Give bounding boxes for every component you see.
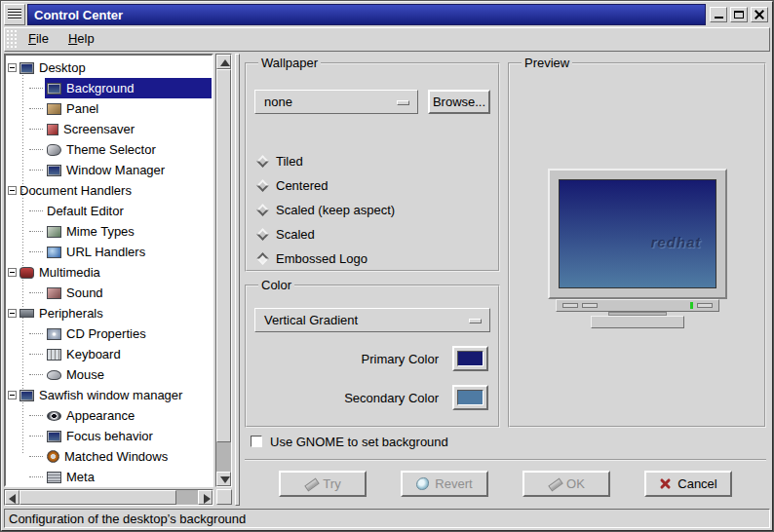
maximize-button[interactable] — [730, 7, 748, 22]
control-center-window: Control Center File Help Desktop Backgro… — [0, 0, 774, 532]
expander-minus-icon[interactable] — [8, 391, 17, 399]
tree-item-meta[interactable]: Meta — [6, 467, 212, 487]
close-button[interactable] — [751, 7, 768, 22]
horizontal-scrollbar-thumb[interactable] — [19, 490, 176, 505]
statusbar-text: Configuration of the desktop’s backgroun… — [9, 512, 246, 526]
tree-item-mouse[interactable]: Mouse — [6, 364, 212, 385]
use-gnome-checkbox[interactable] — [251, 436, 262, 447]
right-arrow-icon — [204, 494, 211, 504]
tree-item-theme-selector[interactable]: Theme Selector — [6, 139, 212, 160]
use-gnome-checkbox-row[interactable]: Use GNOME to set background — [245, 430, 766, 453]
tree-item-focus-behavior[interactable]: Focus behavior — [6, 426, 212, 446]
window-menu-icon[interactable] — [4, 4, 25, 25]
tree-item-background[interactable]: Background — [6, 78, 212, 98]
tree-item-mime-types[interactable]: Mime Types — [6, 221, 212, 242]
tree-vertical-scrollbar[interactable] — [215, 54, 232, 487]
close-icon — [752, 8, 767, 21]
browse-button[interactable]: Browse... — [428, 90, 490, 114]
scroll-left-button[interactable] — [5, 490, 19, 505]
tree-item-window-manager[interactable]: Window Manager — [6, 160, 212, 180]
tree-item-sound[interactable]: Sound — [6, 283, 212, 303]
radio-centered[interactable]: Centered — [258, 173, 490, 198]
minimize-icon — [715, 17, 723, 19]
tree-guide-line — [29, 436, 43, 437]
scroll-down-button[interactable] — [216, 472, 231, 486]
radio-label: Centered — [276, 178, 328, 193]
tree-item-sawfish-window-manager[interactable]: Sawfish window manager — [6, 385, 212, 405]
panel-icon — [47, 103, 61, 115]
wallpaper-file-select[interactable]: none — [254, 90, 418, 114]
tree-item-default-editor[interactable]: Default Editor — [6, 201, 212, 221]
tree-item-appearance[interactable]: Appearance — [6, 405, 212, 426]
tree-item-label: Focus behavior — [66, 429, 153, 443]
gradient-type-select[interactable]: Vertical Gradient — [254, 308, 490, 332]
tree-item-peripherals[interactable]: Peripherals — [6, 303, 212, 323]
down-arrow-icon — [220, 476, 230, 483]
tree-guide-line — [29, 354, 43, 355]
ok-button[interactable]: OK — [522, 471, 610, 497]
tree-item-label: Desktop — [39, 60, 86, 75]
minimize-button[interactable] — [710, 7, 727, 22]
preview-keyboard — [591, 316, 684, 328]
tree-item-multimedia[interactable]: Multimedia — [6, 262, 212, 283]
secondary-color-button[interactable] — [452, 385, 488, 410]
radio-embossed-logo[interactable]: Embossed Logo — [258, 247, 490, 271]
tree-panel: Desktop Background Panel Screensaver The… — [4, 54, 232, 506]
tree-horizontal-scrollbar[interactable] — [4, 489, 213, 506]
scroll-right-button[interactable] — [198, 490, 213, 505]
category-tree: Desktop Background Panel Screensaver The… — [4, 54, 213, 487]
menubar-drag-handle-icon[interactable] — [6, 29, 17, 50]
desktop-icon — [19, 62, 34, 74]
tree-guide-line — [29, 292, 43, 293]
menu-file[interactable]: File — [19, 28, 58, 51]
tree-guide-line — [29, 210, 43, 211]
peripherals-icon — [19, 309, 34, 318]
radio-diamond-icon — [256, 179, 269, 192]
tree-item-matched-windows[interactable]: Matched Windows — [6, 446, 212, 467]
cancel-button[interactable]: Cancel — [644, 471, 732, 497]
radio-scaled[interactable]: Scaled — [258, 222, 490, 247]
tree-item-cd-properties[interactable]: CD Properties — [6, 323, 212, 344]
radio-tiled[interactable]: Tiled — [258, 149, 490, 173]
tree-item-keyboard[interactable]: Keyboard — [6, 344, 212, 364]
cancel-button-label: Cancel — [677, 476, 716, 491]
option-menu-indicator-icon — [469, 319, 482, 323]
tree-item-screensaver[interactable]: Screensaver — [6, 119, 212, 139]
multimedia-icon — [19, 267, 34, 279]
expander-minus-icon[interactable] — [8, 63, 17, 72]
radio-scaled-keep-aspect[interactable]: Scaled (keep aspect) — [258, 198, 490, 222]
left-arrow-icon — [9, 494, 16, 504]
expander-minus-icon[interactable] — [8, 268, 17, 277]
tree-item-url-handlers[interactable]: URL Handlers — [6, 242, 212, 262]
primary-color-button[interactable] — [452, 346, 488, 371]
tree-item-desktop[interactable]: Desktop — [6, 57, 212, 78]
radio-diamond-icon — [256, 228, 269, 241]
appearance-icon — [47, 411, 61, 421]
expander-minus-icon[interactable] — [8, 186, 17, 195]
cross-icon — [659, 477, 672, 490]
scroll-up-button[interactable] — [216, 55, 231, 69]
vertical-scrollbar-thumb[interactable] — [216, 69, 231, 442]
color-frame: Color Vertical Gradient Primary Color — [245, 278, 500, 428]
window-controls — [708, 4, 770, 25]
expander-minus-icon[interactable] — [8, 309, 17, 318]
radio-diamond-icon — [256, 155, 269, 168]
pane-resize-grip[interactable] — [216, 489, 232, 505]
preview-monitor: redhat — [548, 169, 727, 299]
tree-item-label: Window Manager — [66, 163, 165, 177]
menu-help-rest: elp — [77, 31, 94, 46]
try-button-label: Try — [323, 476, 340, 491]
tree-item-document-handlers[interactable]: Document Handlers — [6, 180, 212, 201]
pencil-icon — [548, 477, 561, 490]
titlebar[interactable]: Control Center — [27, 4, 706, 25]
pane-divider[interactable] — [235, 54, 240, 506]
revert-button[interactable]: Revert — [401, 471, 488, 497]
tree-guide-line — [29, 108, 43, 109]
tree-item-label: Appearance — [66, 408, 135, 423]
try-button[interactable]: Try — [279, 471, 367, 497]
tree-item-label: Sawfish window manager — [39, 388, 182, 402]
tree-item-panel[interactable]: Panel — [6, 98, 212, 119]
tree-item-label: Panel — [66, 101, 98, 116]
menu-help[interactable]: Help — [58, 28, 104, 51]
titlebar-row: Control Center — [4, 4, 770, 25]
